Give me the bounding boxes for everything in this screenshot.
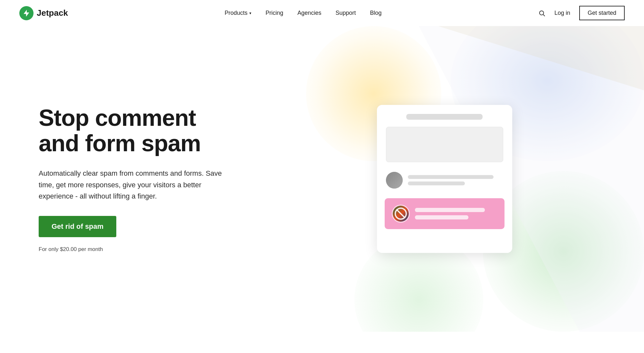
spam-avatar: [392, 205, 410, 223]
nav-products[interactable]: Products ▾: [225, 10, 251, 16]
comment-line-2: [408, 181, 465, 185]
nav-support[interactable]: Support: [335, 10, 356, 16]
search-icon: [538, 10, 545, 17]
get-started-button[interactable]: Get started: [579, 6, 625, 20]
hero-title: Stop comment and form spam: [39, 105, 232, 156]
no-symbol-icon: [395, 208, 407, 220]
hero-content: Stop comment and form spam Automatically…: [0, 79, 258, 278]
spam-comment-row: [385, 198, 505, 229]
nav-pricing[interactable]: Pricing: [265, 10, 283, 16]
spam-line-2: [415, 215, 468, 219]
cta-button[interactable]: Get rid of spam: [39, 216, 116, 237]
comment-row-normal: [386, 169, 503, 191]
jetpack-bolt-icon: [22, 9, 31, 17]
spam-line-1: [415, 208, 485, 212]
card-top-bar: [406, 114, 483, 120]
logo-link[interactable]: Jetpack: [19, 6, 68, 20]
logo-text: Jetpack: [37, 8, 68, 18]
svg-marker-0: [24, 10, 29, 17]
site-header: Jetpack Products ▾ Pricing Agencies Supp…: [0, 0, 644, 26]
svg-marker-4: [438, 26, 644, 90]
svg-line-2: [543, 14, 545, 16]
main-nav: Products ▾ Pricing Agencies Support Blog: [225, 10, 381, 16]
svg-point-1: [540, 11, 544, 15]
ui-mockup-card: [377, 105, 512, 253]
hero-illustration: [258, 86, 644, 272]
card-image-placeholder: [386, 127, 503, 162]
price-note: For only $20.00 per month: [39, 246, 232, 253]
search-button[interactable]: [538, 10, 545, 17]
spam-lines: [415, 208, 497, 219]
comment-avatar: [386, 172, 403, 189]
header-actions: Log in Get started: [538, 6, 625, 20]
comment-lines: [408, 175, 503, 185]
logo-icon: [19, 6, 34, 20]
login-link[interactable]: Log in: [554, 10, 570, 16]
hero-section: Stop comment and form spam Automatically…: [0, 26, 644, 332]
nav-agencies[interactable]: Agencies: [297, 10, 321, 16]
avatar-inner: [386, 172, 403, 189]
nav-blog[interactable]: Blog: [370, 10, 381, 16]
hero-description: Automatically clear spam from comments a…: [39, 168, 232, 202]
chevron-down-icon: ▾: [249, 11, 251, 15]
comment-line-1: [408, 175, 494, 179]
